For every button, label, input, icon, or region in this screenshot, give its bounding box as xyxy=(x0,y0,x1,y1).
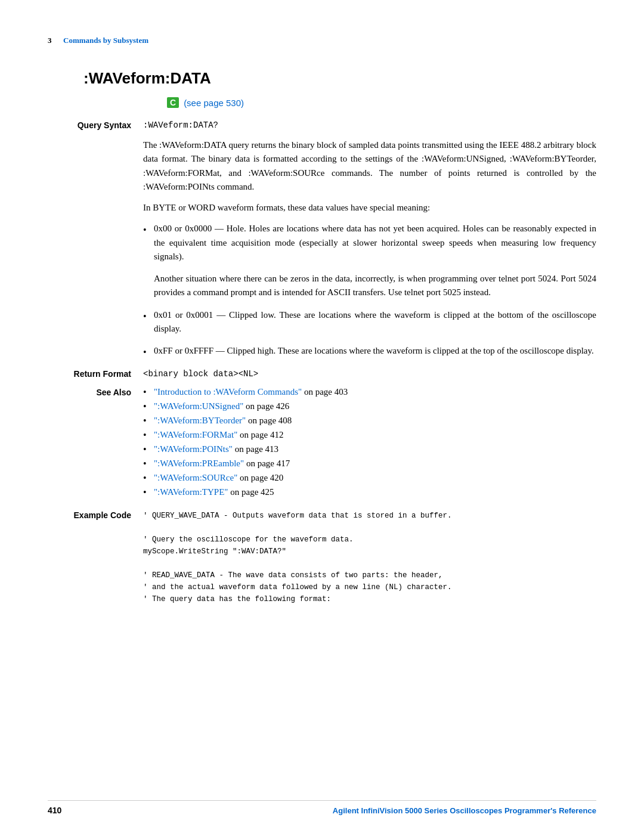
see-also-link-1[interactable]: ":WAVeform:UNSigned" xyxy=(154,401,243,411)
query-syntax-row: Query Syntax :WAVeform:DATA? xyxy=(48,120,596,130)
see-also-link-0[interactable]: "Introduction to :WAVeform Commands" xyxy=(154,387,302,397)
query-syntax-code: :WAVeform:DATA? xyxy=(143,120,218,130)
query-syntax-label: Query Syntax xyxy=(48,120,143,130)
see-also-item-0: • "Introduction to :WAVeform Commands" o… xyxy=(143,387,596,398)
see-also-dot-5: • xyxy=(143,459,154,469)
see-also-dot-6: • xyxy=(143,473,154,484)
see-also-item-3: • ":WAVeform:FORMat" on page 412 xyxy=(143,430,596,441)
see-also-content: • "Introduction to :WAVeform Commands" o… xyxy=(143,387,596,501)
see-also-link-7[interactable]: ":WAVeform:TYPE" xyxy=(154,487,228,497)
breadcrumb: 3 Commands by Subsystem xyxy=(48,36,596,45)
bullet-item-2: • 0x01 or 0x0001 — Clipped low. These ar… xyxy=(143,308,596,336)
see-also-page-4: on page 413 xyxy=(233,444,278,454)
example-code-row: Example Code ' QUERY_WAVE_DATA - Outputs… xyxy=(48,510,596,605)
example-code-label: Example Code xyxy=(48,510,143,605)
description-para2: In BYTE or WORD waveform formats, these … xyxy=(143,201,596,215)
see-also-dot-4: • xyxy=(143,444,154,455)
see-also-row: See Also • "Introduction to :WAVeform Co… xyxy=(48,387,596,501)
see-also-item-2: • ":WAVeform:BYTeorder" on page 408 xyxy=(143,416,596,426)
bullet-item-1: • 0x00 or 0x0000 — Hole. Holes are locat… xyxy=(143,222,596,264)
see-also-item-4: • ":WAVeform:POINts" on page 413 xyxy=(143,444,596,455)
section-title: :WAVeform:DATA xyxy=(83,69,596,88)
page: 3 Commands by Subsystem :WAVeform:DATA C… xyxy=(0,0,644,833)
bullet-text-3: 0xFF or 0xFFFF — Clipped high. These are… xyxy=(154,344,596,358)
see-also-page-5: on page 417 xyxy=(244,459,290,469)
see-also-label: See Also xyxy=(48,387,143,501)
description-para1: The :WAVeform:DATA query returns the bin… xyxy=(143,138,596,194)
page-footer: 410 Agilent InfiniVision 5000 Series Osc… xyxy=(48,800,596,815)
footer-page-number: 410 xyxy=(48,806,61,815)
bullet-dot-3: • xyxy=(143,345,154,360)
see-also-item-1: • ":WAVeform:UNSigned" on page 426 xyxy=(143,401,596,412)
return-format-content: <binary block data><NL> xyxy=(143,368,596,379)
c-badge: C xyxy=(167,97,179,108)
see-also-dot-0: • xyxy=(143,387,154,398)
see-also-page-7: on page 425 xyxy=(228,487,274,497)
see-also-page-2: on page 408 xyxy=(246,416,292,426)
see-also-dot-2: • xyxy=(143,416,154,426)
return-format-label: Return Format xyxy=(48,368,143,379)
see-also-dot-7: • xyxy=(143,487,154,498)
bullet-sub-para: Another situation where there can be zer… xyxy=(143,272,596,300)
see-also-link-5[interactable]: ":WAVeform:PREamble" xyxy=(154,459,244,469)
bullet-item-3: • 0xFF or 0xFFFF — Clipped high. These a… xyxy=(143,344,596,360)
see-also-page-1: on page 426 xyxy=(243,401,289,411)
see-also-item-5: • ":WAVeform:PREamble" on page 417 xyxy=(143,459,596,469)
bullet-text-2: 0x01 or 0x0001 — Clipped low. These are … xyxy=(154,308,596,336)
breadcrumb-text: Commands by Subsystem xyxy=(63,36,148,45)
sub-para-text: Another situation where there can be zer… xyxy=(154,272,596,300)
see-also-link-4[interactable]: ":WAVeform:POINts" xyxy=(154,444,233,454)
return-format-row: Return Format <binary block data><NL> xyxy=(48,368,596,379)
footer-doc-title: Agilent InfiniVision 5000 Series Oscillo… xyxy=(333,806,596,815)
bullet-dot-2: • xyxy=(143,309,154,324)
see-also-item-6: • ":WAVeform:SOURce" on page 420 xyxy=(143,473,596,484)
see-also-link-3[interactable]: ":WAVeform:FORMat" xyxy=(154,430,237,440)
query-syntax-content: :WAVeform:DATA? xyxy=(143,120,596,130)
see-also-page-3: on page 412 xyxy=(237,430,283,440)
chapter-number: 3 xyxy=(48,36,52,45)
bullet-dot-1: • xyxy=(143,223,154,238)
bullet-list: • 0x00 or 0x0000 — Hole. Holes are locat… xyxy=(143,222,596,360)
see-also-page-6: on page 420 xyxy=(237,473,283,483)
see-also-item-7: • ":WAVeform:TYPE" on page 425 xyxy=(143,487,596,498)
see-also-link-6[interactable]: ":WAVeform:SOURce" xyxy=(154,473,237,483)
see-also-link-2[interactable]: ":WAVeform:BYTeorder" xyxy=(154,416,246,426)
badge-page-link[interactable]: (see page 530) xyxy=(184,98,244,108)
badge-line: C (see page 530) xyxy=(167,97,596,108)
example-code-text: ' QUERY_WAVE_DATA - Outputs waveform dat… xyxy=(143,510,596,605)
bullet-text-1: 0x00 or 0x0000 — Hole. Holes are locatio… xyxy=(154,222,596,264)
see-also-dot-1: • xyxy=(143,401,154,412)
see-also-list: • "Introduction to :WAVeform Commands" o… xyxy=(143,387,596,498)
see-also-page-0: on page 403 xyxy=(302,387,348,397)
see-also-dot-3: • xyxy=(143,430,154,441)
description-block: The :WAVeform:DATA query returns the bin… xyxy=(143,138,596,360)
example-code-content: ' QUERY_WAVE_DATA - Outputs waveform dat… xyxy=(143,510,596,605)
return-format-code: <binary block data><NL> xyxy=(143,369,258,379)
